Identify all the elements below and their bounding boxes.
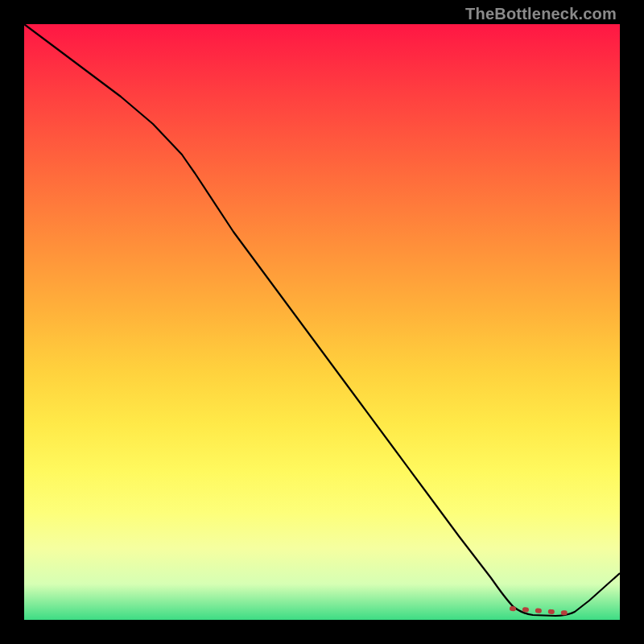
- bottleneck-curve: [24, 24, 620, 616]
- curve-svg: [24, 24, 620, 620]
- chart-frame: TheBottleneck.com: [0, 0, 644, 644]
- watermark-text: TheBottleneck.com: [465, 5, 617, 23]
- plot-area: [24, 24, 620, 620]
